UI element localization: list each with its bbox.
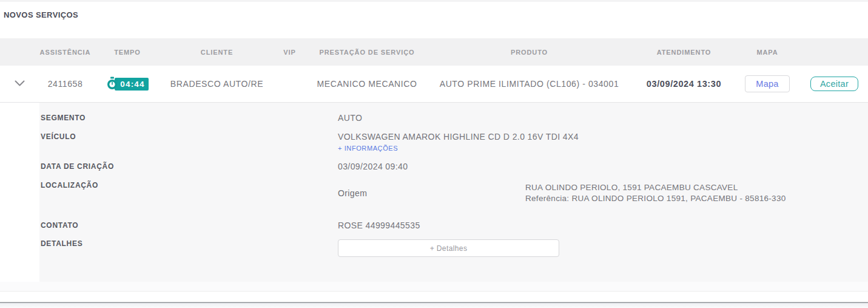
col-mapa: MAPA xyxy=(734,49,801,56)
contato-label: CONTATO xyxy=(39,221,338,230)
field-detalhes: DETALHES + Detalhes xyxy=(39,239,868,257)
mais-detalhes-button[interactable]: + Detalhes xyxy=(338,239,559,257)
col-assistencia: ASSISTÊNCIA xyxy=(39,49,91,56)
col-prestacao-de-servico: PRESTAÇÃO DE SERVIÇO xyxy=(309,49,425,56)
cell-assistencia: 2411658 xyxy=(39,79,91,89)
data-criacao-label: DATA DE CRIAÇÃO xyxy=(39,162,338,171)
localizacao-label: LOCALIZAÇÃO xyxy=(39,181,338,190)
field-data-criacao: DATA DE CRIAÇÃO 03/09/2024 09:40 xyxy=(39,162,868,171)
segmento-label: SEGMENTO xyxy=(39,114,338,123)
mapa-button[interactable]: Mapa xyxy=(745,75,789,92)
col-atendimento: ATENDIMENTO xyxy=(634,49,734,56)
top-divider xyxy=(0,0,868,2)
field-segmento: SEGMENTO AUTO xyxy=(39,114,868,123)
table-header: ASSISTÊNCIA TEMPO CLIENTE VIP PRESTAÇÃO … xyxy=(0,38,868,66)
origem-label: Origem xyxy=(338,189,525,198)
timer: 04:44 xyxy=(106,77,149,92)
mais-informacoes-link[interactable]: + INFORMAÇÕES xyxy=(338,145,398,152)
expand-toggle[interactable] xyxy=(0,79,39,89)
origem-address: RUA OLINDO PERIOLO, 1591 PACAEMBU CASCAV… xyxy=(525,182,786,204)
cell-prestacao-de-servico: MECANICO MECANICO xyxy=(309,79,425,89)
section-divider xyxy=(0,302,868,308)
aceitar-button[interactable]: Aceitar xyxy=(810,77,858,91)
segmento-value: AUTO xyxy=(338,114,868,123)
veiculo-label: VEÍCULO xyxy=(39,132,338,142)
col-vip: VIP xyxy=(270,49,309,56)
page-title: NOVOS SERVIÇOS xyxy=(4,10,868,20)
address-line-2: Referência: RUA OLINDO PERIOLO 1591, PAC… xyxy=(525,194,786,203)
data-criacao-value: 03/09/2024 09:40 xyxy=(338,162,868,171)
contato-value: ROSE 44999445535 xyxy=(338,221,868,230)
veiculo-value: VOLKSWAGEN AMAROK HIGHLINE CD D 2.0 16V … xyxy=(338,132,868,142)
field-contato: CONTATO ROSE 44999445535 xyxy=(39,221,868,230)
field-localizacao: LOCALIZAÇÃO Origem RUA OLINDO PERIOLO, 1… xyxy=(39,181,868,205)
timer-badge: 04:44 xyxy=(115,78,149,91)
stopwatch-icon xyxy=(106,77,118,92)
cell-tempo: 04:44 xyxy=(91,77,164,92)
service-detail-panel: SEGMENTO AUTO VEÍCULO VOLKSWAGEN AMAROK … xyxy=(39,103,868,282)
col-tempo: TEMPO xyxy=(91,49,164,56)
field-veiculo: VEÍCULO VOLKSWAGEN AMAROK HIGHLINE CD D … xyxy=(39,132,868,152)
spacer xyxy=(0,292,868,302)
col-produto: PRODUTO xyxy=(425,49,634,56)
detalhes-label: DETALHES xyxy=(39,239,338,248)
address-line-1: RUA OLINDO PERIOLO, 1591 PACAEMBU CASCAV… xyxy=(525,183,738,192)
chevron-down-icon xyxy=(15,79,25,89)
col-cliente: CLIENTE xyxy=(164,49,270,56)
cell-cliente: BRADESCO AUTO/RE xyxy=(164,79,270,89)
cell-produto: AUTO PRIME ILIMITADO (CL106) - 034001 xyxy=(425,79,634,89)
cell-atendimento: 03/09/2024 13:30 xyxy=(634,79,734,89)
service-row[interactable]: 2411658 04:44 BRADESCO AUTO/RE MECANICO … xyxy=(0,66,868,103)
panel-footer-band xyxy=(0,282,868,292)
